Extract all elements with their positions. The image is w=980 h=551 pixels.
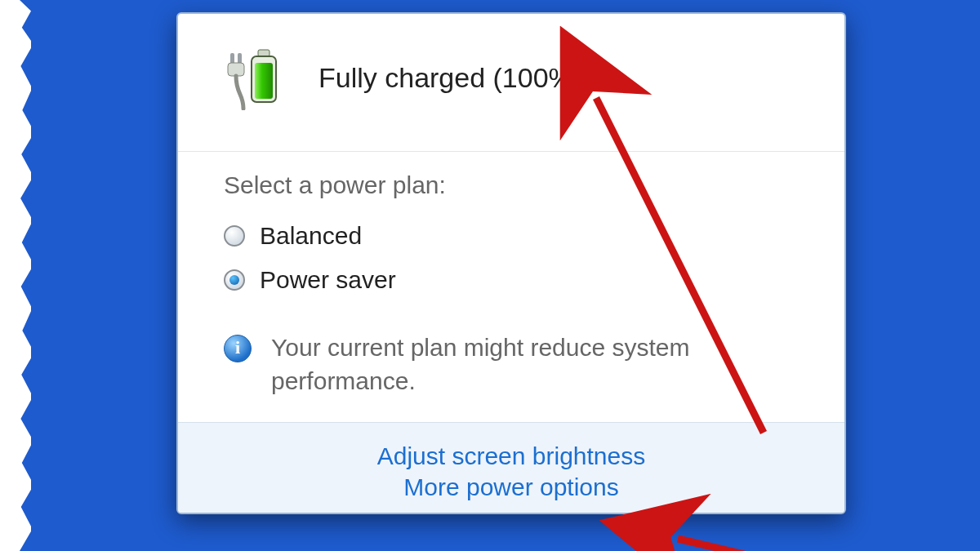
radio-icon bbox=[224, 225, 245, 247]
adjust-brightness-link[interactable]: Adjust screen brightness bbox=[178, 441, 844, 472]
flyout-footer: Adjust screen brightness More power opti… bbox=[178, 422, 844, 513]
svg-rect-2 bbox=[255, 63, 273, 99]
power-plan-section: Select a power plan: Balanced Power save… bbox=[178, 152, 844, 422]
power-plan-option-balanced[interactable]: Balanced bbox=[224, 214, 812, 258]
battery-flyout-panel: Fully charged (100%) Select a power plan… bbox=[176, 12, 846, 514]
battery-status-row: Fully charged (100%) bbox=[178, 14, 844, 152]
performance-warning-row: Your current plan might reduce system pe… bbox=[224, 331, 812, 398]
torn-page-edge bbox=[0, 0, 31, 551]
power-plan-heading: Select a power plan: bbox=[224, 171, 812, 199]
power-plan-label: Power saver bbox=[260, 266, 396, 294]
performance-warning-text: Your current plan might reduce system pe… bbox=[271, 331, 804, 398]
info-icon bbox=[224, 335, 252, 362]
power-plan-option-power-saver[interactable]: Power saver bbox=[224, 258, 812, 302]
svg-rect-0 bbox=[258, 50, 270, 56]
power-plan-label: Balanced bbox=[260, 222, 362, 250]
battery-plugged-full-icon bbox=[224, 45, 297, 110]
radio-selected-icon bbox=[224, 269, 245, 291]
more-power-options-link[interactable]: More power options bbox=[178, 472, 844, 503]
battery-status-text: Fully charged (100%) bbox=[318, 62, 582, 94]
